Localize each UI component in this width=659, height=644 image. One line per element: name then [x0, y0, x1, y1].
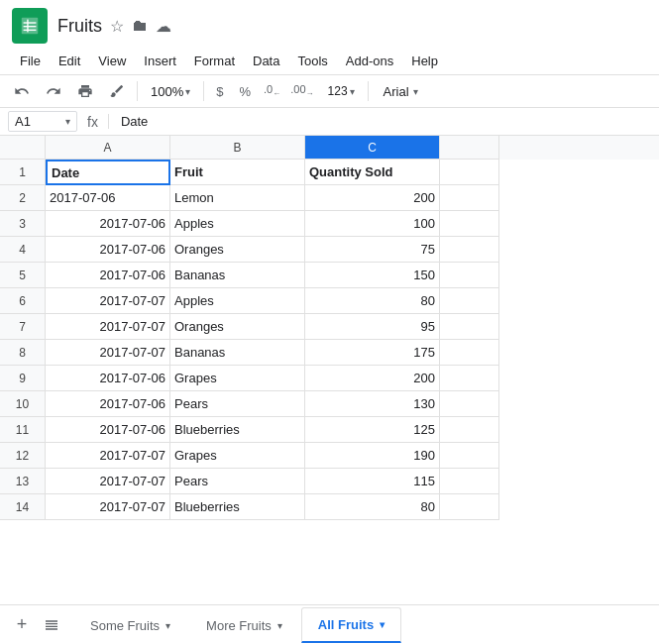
cell-b3[interactable]: Apples — [170, 211, 305, 237]
cell-c6[interactable]: 80 — [305, 288, 440, 314]
row-num-4[interactable]: 4 — [0, 237, 46, 263]
cell-c8[interactable]: 175 — [305, 340, 440, 366]
row-num-3[interactable]: 3 — [0, 211, 46, 237]
menu-data[interactable]: Data — [245, 50, 287, 72]
tab-more-fruits[interactable]: More Fruits ▾ — [189, 607, 299, 643]
row-num-12[interactable]: 12 — [0, 443, 46, 469]
cell-b5[interactable]: Bananas — [170, 263, 305, 288]
cell-c2[interactable]: 200 — [305, 185, 440, 211]
cell-b4[interactable]: Oranges — [170, 237, 305, 263]
cell-c14[interactable]: 80 — [305, 494, 440, 520]
menu-edit[interactable]: Edit — [51, 50, 88, 72]
menu-format[interactable]: Format — [186, 50, 243, 72]
col-header-b[interactable]: B — [170, 136, 305, 160]
menu-tools[interactable]: Tools — [289, 50, 335, 72]
cell-b2[interactable]: Lemon — [170, 185, 305, 211]
tab-all-fruits[interactable]: All Fruits ▾ — [301, 607, 401, 643]
cell-c9[interactable]: 200 — [305, 366, 440, 391]
cell-a4[interactable]: 2017-07-06 — [46, 237, 170, 263]
cell-c11[interactable]: 125 — [305, 417, 440, 443]
cell-a10[interactable]: 2017-07-06 — [46, 391, 170, 417]
sheet-list-button[interactable] — [38, 611, 65, 639]
cell-c7[interactable]: 95 — [305, 314, 440, 340]
font-selector[interactable]: Arial ▾ — [375, 81, 427, 102]
cell-a12[interactable]: 2017-07-07 — [46, 443, 170, 469]
cell-a7[interactable]: 2017-07-07 — [46, 314, 170, 340]
cell-c1[interactable]: Quantity Sold — [305, 160, 440, 185]
cell-b12[interactable]: Grapes — [170, 443, 305, 469]
cloud-icon[interactable]: ☁ — [156, 17, 171, 36]
cell-extra-3[interactable] — [440, 211, 499, 237]
row-num-11[interactable]: 11 — [0, 417, 46, 443]
cell-b1[interactable]: Fruit — [170, 160, 305, 185]
cell-extra-4[interactable] — [440, 237, 499, 263]
cell-extra-11[interactable] — [440, 417, 499, 443]
dollar-button[interactable]: $ — [210, 80, 229, 103]
cell-c5[interactable]: 150 — [305, 263, 440, 288]
cell-a13[interactable]: 2017-07-07 — [46, 469, 170, 494]
cell-extra-12[interactable] — [440, 443, 499, 469]
row-num-8[interactable]: 8 — [0, 340, 46, 366]
format-paint-button[interactable] — [103, 79, 131, 103]
cell-extra-7[interactable] — [440, 314, 499, 340]
cell-extra-2[interactable] — [440, 185, 499, 211]
cell-extra-14[interactable] — [440, 494, 499, 520]
cell-c4[interactable]: 75 — [305, 237, 440, 263]
cell-a6[interactable]: 2017-07-07 — [46, 288, 170, 314]
add-sheet-button[interactable]: + — [8, 611, 36, 639]
row-num-2[interactable]: 2 — [0, 185, 46, 211]
row-num-13[interactable]: 13 — [0, 469, 46, 494]
formula-value[interactable]: Date — [117, 112, 152, 131]
cell-extra-9[interactable] — [440, 366, 499, 391]
cell-a8[interactable]: 2017-07-07 — [46, 340, 170, 366]
number-format-selector[interactable]: 123 ▾ — [321, 81, 362, 101]
menu-file[interactable]: File — [12, 50, 49, 72]
row-num-10[interactable]: 10 — [0, 391, 46, 417]
cell-a5[interactable]: 2017-07-06 — [46, 263, 170, 288]
undo-button[interactable] — [8, 79, 36, 103]
row-num-14[interactable]: 14 — [0, 494, 46, 520]
decimal-more-button[interactable]: .00→ — [287, 79, 316, 102]
menu-help[interactable]: Help — [403, 50, 446, 72]
redo-button[interactable] — [40, 79, 67, 103]
percent-button[interactable]: % — [233, 80, 257, 103]
row-num-5[interactable]: 5 — [0, 263, 46, 288]
cell-b6[interactable]: Apples — [170, 288, 305, 314]
cell-b11[interactable]: Blueberries — [170, 417, 305, 443]
cell-extra-6[interactable] — [440, 288, 499, 314]
decimal-less-button[interactable]: .0← — [261, 79, 283, 102]
cell-c13[interactable]: 115 — [305, 469, 440, 494]
menu-addons[interactable]: Add-ons — [338, 50, 401, 72]
cell-c3[interactable]: 100 — [305, 211, 440, 237]
cell-a11[interactable]: 2017-07-06 — [46, 417, 170, 443]
menu-view[interactable]: View — [90, 50, 134, 72]
cell-reference[interactable]: A1 ▾ — [8, 111, 77, 132]
col-header-a[interactable]: A — [46, 136, 170, 160]
cell-a3[interactable]: 2017-07-06 — [46, 211, 170, 237]
cell-b9[interactable]: Grapes — [170, 366, 305, 391]
cell-b10[interactable]: Pears — [170, 391, 305, 417]
folder-icon[interactable]: 🖿 — [132, 17, 148, 35]
cell-b14[interactable]: Blueberries — [170, 494, 305, 520]
col-header-c[interactable]: C — [305, 136, 440, 160]
cell-extra-1[interactable] — [440, 160, 499, 185]
cell-a9[interactable]: 2017-07-06 — [46, 366, 170, 391]
zoom-selector[interactable]: 100% ▾ — [144, 81, 197, 102]
cell-b13[interactable]: Pears — [170, 469, 305, 494]
cell-b7[interactable]: Oranges — [170, 314, 305, 340]
cell-extra-8[interactable] — [440, 340, 499, 366]
cell-extra-10[interactable] — [440, 391, 499, 417]
cell-c12[interactable]: 190 — [305, 443, 440, 469]
row-num-1[interactable]: 1 — [0, 160, 46, 185]
row-num-7[interactable]: 7 — [0, 314, 46, 340]
row-num-6[interactable]: 6 — [0, 288, 46, 314]
menu-insert[interactable]: Insert — [136, 50, 184, 72]
print-button[interactable] — [71, 79, 99, 103]
cell-c10[interactable]: 130 — [305, 391, 440, 417]
cell-a14[interactable]: 2017-07-07 — [46, 494, 170, 520]
tab-some-fruits[interactable]: Some Fruits ▾ — [73, 607, 187, 643]
row-num-9[interactable]: 9 — [0, 366, 46, 391]
cell-b8[interactable]: Bananas — [170, 340, 305, 366]
cell-a1[interactable]: Date — [46, 160, 170, 185]
cell-a2[interactable]: 2017-07-06 — [46, 185, 170, 211]
